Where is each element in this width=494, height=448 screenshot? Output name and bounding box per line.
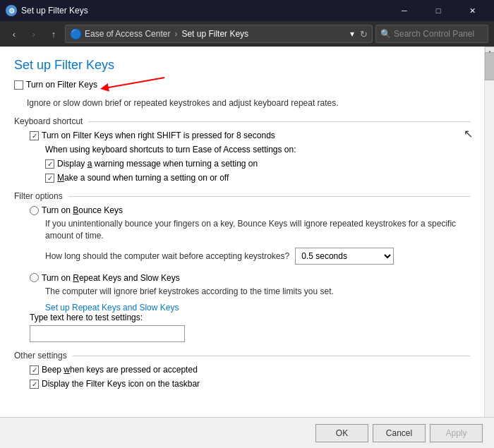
filter-options-section: Filter options Turn on Bounce Keys If yo… [14,191,470,389]
wait-dropdown[interactable]: 0.5 seconds 1 second 2 seconds [295,248,394,265]
bounce-keys-label: Turn on Bounce Keys [42,205,123,215]
test-input[interactable] [30,325,185,342]
up-button[interactable]: ↑ [45,25,62,42]
beep-label: Beep when keys are pressed or accepted [42,365,198,375]
titlebar-icon: ⚙ [6,5,17,16]
navbar: ‹ › ↑ 🔵 Ease of Access Center › Set up F… [0,21,494,47]
repeat-keys-label: Turn on Repeat Keys and Slow Keys [42,273,180,283]
beep-row: Beep when keys are pressed or accepted [30,365,470,375]
main-content: Set up Filter Keys Turn on Filter Keys [0,47,484,448]
display-warning-label: Display a warning message when turning a… [57,159,258,169]
titlebar: ⚙ Set up Filter Keys ─ □ ✕ [0,0,494,21]
address-bar[interactable]: 🔵 Ease of Access Center › Set up Filter … [65,25,373,43]
test-section: Type text here to test settings: [14,313,470,342]
bounce-keys-radio[interactable] [30,206,39,215]
annotation-arrow [97,74,168,99]
make-sound-label: Make a sound when turning a setting on o… [57,173,229,183]
apply-button[interactable]: Apply [430,424,483,442]
svg-line-0 [104,78,164,88]
breadcrumb-separator: › [174,29,177,39]
content-wrapper: Set up Filter Keys Turn on Filter Keys [0,47,494,448]
turn-on-filter-keys-row: Turn on Filter Keys [14,80,97,90]
shortcut-label: Turn on Filter Keys when right SHIFT is … [42,131,275,140]
breadcrumb-current: Set up Filter Keys [181,29,248,39]
wait-row: How long should the computer wait before… [45,248,470,265]
repeat-keys-radio[interactable] [30,273,39,282]
close-button[interactable]: ✕ [456,0,488,21]
display-icon-label: Display the Filter Keys icon on the task… [42,379,200,389]
titlebar-title: Set up Filter Keys [21,6,388,16]
other-settings-section: Other settings Beep when keys are presse… [14,351,470,389]
search-icon: 🔍 [380,29,391,39]
main-option-row: Turn on Filter Keys [14,80,97,94]
make-sound-checkbox[interactable] [45,174,54,183]
filter-options-header: Filter options [14,191,470,201]
keyboard-shortcut-section: Keyboard shortcut Turn on Filter Keys wh… [14,116,470,183]
titlebar-controls: ─ □ ✕ [388,0,488,21]
shortcut-sub-label: When using keyboard shortcuts to turn Ea… [45,145,470,155]
make-sound-row: Make a sound when turning a setting on o… [45,173,470,183]
keyboard-shortcut-header: Keyboard shortcut [14,116,470,126]
scrollbar-thumb[interactable] [485,52,494,80]
turn-on-filter-keys-checkbox[interactable] [14,80,23,90]
wait-label: How long should the computer wait before… [45,251,289,261]
bottom-bar: OK Cancel Apply [0,417,494,448]
filter-keys-description: Ignore or slow down brief or repeated ke… [27,98,470,108]
shortcut-sub-section: When using keyboard shortcuts to turn Ea… [45,145,470,183]
beep-checkbox[interactable] [30,365,39,375]
shortcut-checkbox[interactable] [30,131,39,140]
maximize-button[interactable]: □ [422,0,454,21]
turn-on-filter-keys-label: Turn on Filter Keys [26,80,97,90]
display-icon-row: Display the Filter Keys icon on the task… [30,379,470,389]
minimize-button[interactable]: ─ [388,0,421,21]
scrollbar[interactable]: ▲ ▼ [484,47,494,448]
breadcrumb-ease: Ease of Access Center [85,29,170,39]
other-settings-header: Other settings [14,351,470,361]
display-warning-checkbox[interactable] [45,159,54,169]
search-bar: 🔍 [375,25,488,43]
display-warning-row: Display a warning message when turning a… [45,159,470,169]
bounce-keys-row: Turn on Bounce Keys [30,205,470,215]
shortcut-checkbox-row: Turn on Filter Keys when right SHIFT is … [30,131,470,140]
forward-button[interactable]: › [25,25,42,42]
bounce-keys-description: If you unintentionally bounce your finge… [45,218,470,242]
search-input[interactable] [394,29,483,39]
ok-button[interactable]: OK [315,424,368,442]
repeat-keys-row: Turn on Repeat Keys and Slow Keys [30,273,470,283]
test-label: Type text here to test settings: [30,313,470,322]
cancel-button[interactable]: Cancel [373,424,426,442]
setup-repeat-keys-link[interactable]: Set up Repeat Keys and Slow Keys [45,303,179,313]
back-button[interactable]: ‹ [6,25,23,42]
address-icon: 🔵 [70,28,82,40]
page-title: Set up Filter Keys [14,58,470,73]
repeat-keys-description: The computer will ignore brief keystroke… [45,286,470,298]
display-icon-checkbox[interactable] [30,380,39,389]
dropdown-icon: ▾ [350,29,354,39]
refresh-icon[interactable]: ↻ [360,29,368,40]
